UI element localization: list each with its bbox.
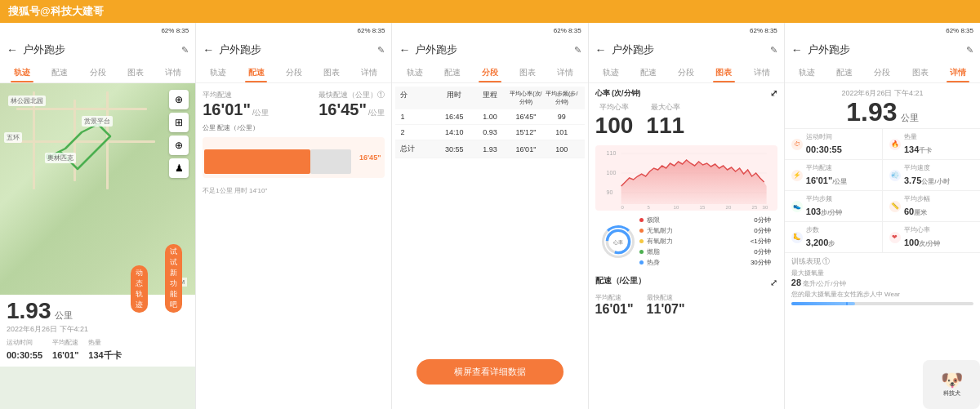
hr-avg-label: 平均心率	[595, 102, 634, 113]
tab-track-4[interactable]: 轨迹	[592, 62, 630, 82]
hr-max-label: 最大心率	[646, 102, 684, 113]
hr-title-row: 心率 (次/分钟) ⤢	[595, 88, 777, 99]
detail-cal-info: 热量 134千卡	[904, 132, 932, 156]
status-bar-3: 62% 8:35	[392, 23, 587, 38]
detail-pace-info: 平均配速 16'01"/公里	[806, 163, 848, 187]
tab-chart-1[interactable]: 图表	[117, 62, 154, 82]
training-desc: 您的最大摄氧量在女性跑步人中 Wear	[791, 290, 973, 299]
hr-expand[interactable]: ⤢	[770, 88, 777, 99]
seg-1-dist: 1.00	[472, 113, 508, 121]
dynamic-trail-button[interactable]: 动态轨迹	[131, 265, 148, 313]
seg-2-dist: 0.93	[472, 128, 508, 136]
seg-2-pace: 15'12"	[508, 128, 544, 136]
back-arrow-5[interactable]: ←	[791, 43, 803, 56]
tab-pace-1[interactable]: 配速	[41, 62, 78, 82]
person-btn[interactable]: ♟	[169, 158, 189, 178]
main-content: 62% 8:35 ← 户外跑步 ✎ 轨迹 配速 分段 图表 详情	[0, 23, 980, 409]
tab-detail-3[interactable]: 详情	[546, 62, 584, 82]
pace-note: 不足1公里 用时 14'10"	[203, 183, 385, 198]
tab-track-5[interactable]: 轨迹	[788, 62, 826, 82]
tab-chart-4[interactable]: 图表	[705, 62, 742, 82]
hr-zones-container: 心率 极限 0分钟 无氧耐力 0分钟	[595, 216, 777, 270]
hr-avg-stat: 平均心率 100	[595, 102, 634, 139]
seg-1-hr: 99	[544, 113, 580, 121]
detail-speed-info: 平均速度 3.75公里/小时	[904, 163, 950, 187]
tab-pace-3[interactable]: 配速	[434, 62, 471, 82]
layers-btn[interactable]: ⊕	[169, 136, 189, 155]
nav-edit-5[interactable]: ✎	[966, 45, 973, 56]
seg-2-time: 14:10	[436, 128, 472, 136]
tab-track-3[interactable]: 轨迹	[395, 62, 433, 82]
tab-seg-2[interactable]: 分段	[275, 62, 313, 82]
tab-chart-5[interactable]: 图表	[902, 62, 939, 82]
seg-table-container: 分 用时 里程 平均心率(次/分钟) 平均步频(步/分钟) 1 16:45 1.…	[392, 83, 587, 162]
sub-max-label: 最快配速	[647, 293, 685, 302]
km-label: 公里 配速（/公里）	[203, 123, 385, 132]
nav-bar-3: ← 户外跑步 ✎	[392, 38, 587, 62]
zone-item-4: 热身 30分钟	[639, 258, 771, 267]
svg-rect-6	[204, 149, 310, 174]
try-new-button[interactable]: 试试新功能吧	[165, 244, 182, 313]
tab-seg-4[interactable]: 分段	[667, 62, 705, 82]
tab-seg-3[interactable]: 分段	[471, 62, 509, 82]
nav-edit-4[interactable]: ✎	[770, 45, 777, 56]
tab-detail-4[interactable]: 详情	[743, 62, 781, 82]
tab-pace-5[interactable]: 配速	[826, 62, 863, 82]
tab-seg-5[interactable]: 分段	[863, 62, 901, 82]
tab-chart-2[interactable]: 图表	[313, 62, 350, 82]
tab-pace-4[interactable]: 配速	[630, 62, 667, 82]
nav-edit-1[interactable]: ✎	[181, 45, 189, 56]
map-type-btn[interactable]: ⊞	[169, 113, 189, 132]
status-bar-2: 62% 8:35	[196, 23, 391, 38]
back-arrow-1[interactable]: ←	[7, 43, 18, 56]
panel-chart: 62% 8:35 ← 户外跑步 ✎ 轨迹 配速 分段 图表 详情 心率 (次/分…	[589, 23, 785, 409]
nav-edit-2[interactable]: ✎	[377, 45, 385, 56]
back-arrow-3[interactable]: ←	[399, 43, 410, 56]
location-btn[interactable]: ⊕	[169, 90, 189, 109]
tab-track-1[interactable]: 轨迹	[3, 62, 41, 82]
stat-time: 运动时间 00:30:55	[7, 338, 42, 362]
tab-detail-1[interactable]: 详情	[154, 62, 192, 82]
tab-bar-3: 轨迹 配速 分段 图表 详情	[392, 62, 587, 83]
svg-text:25: 25	[751, 205, 757, 210]
cta-button[interactable]: 横屏查看详细数据	[416, 359, 563, 385]
avg-pace-unit: /公里	[252, 108, 270, 118]
distance-display: 1.93 公里	[7, 300, 189, 322]
training-section-title: 训练表现 ①	[791, 256, 973, 267]
tab-detail-5[interactable]: 详情	[939, 62, 977, 82]
pace-sub-header: 配速（/公里） ⤢	[595, 275, 777, 290]
back-arrow-2[interactable]: ←	[203, 43, 214, 56]
tab-detail-2[interactable]: 详情	[350, 62, 388, 82]
speed-icon: 💨	[889, 170, 901, 181]
max-pace-value: 16'45"	[318, 100, 367, 118]
zone-dot-2	[639, 239, 644, 243]
speed-value: 3.75公里/小时	[904, 176, 950, 185]
avg-pace-value: 16'01"	[203, 100, 251, 118]
zone-donut-svg: 心率	[604, 225, 632, 258]
nav-title-1: 户外跑步	[23, 42, 65, 57]
svg-text:100: 100	[606, 170, 616, 176]
detail-pace-cell: ⚡ 平均配速 16'01"/公里	[785, 160, 882, 190]
distance-value: 1.93	[7, 300, 51, 322]
pace-expand[interactable]: ⤢	[770, 278, 777, 288]
nav-edit-3[interactable]: ✎	[574, 45, 581, 56]
map-container: 林公园北园 赏景平台 五环 奥林匹克 ⊕ ⊞ ⊕ ♟ KM	[0, 83, 195, 409]
sub-avg-value: 16'01"	[595, 302, 634, 316]
watermark-bar: 搜狐号@科技大建哥	[0, 0, 980, 23]
tab-pace-2[interactable]: 配速	[237, 62, 274, 82]
back-arrow-4[interactable]: ←	[595, 43, 607, 56]
zone-item-3: 燃脂 0分钟	[639, 247, 771, 256]
status-bar-1: 62% 8:35	[0, 23, 195, 38]
tab-track-2[interactable]: 轨迹	[199, 62, 237, 82]
cta-container: 横屏查看详细数据	[392, 351, 587, 393]
zone-dot-0	[639, 218, 644, 222]
nav-bar-4: ← 户外跑步 ✎	[589, 38, 784, 62]
tab-seg-1[interactable]: 分段	[78, 62, 116, 82]
detail-speed-cell: 💨 平均速度 3.75公里/小时	[883, 160, 980, 190]
details-grid: ⏱ 运动时间 00:30:55 🔥 热量 134千卡 ⚡	[785, 129, 980, 252]
steps-icon: 🦶	[791, 232, 803, 243]
tab-bar-4: 轨迹 配速 分段 图表 详情	[589, 62, 784, 83]
nav-title-2: 户外跑步	[219, 42, 261, 57]
stride-value: 60厘米	[904, 207, 927, 216]
tab-chart-3[interactable]: 图表	[509, 62, 546, 82]
